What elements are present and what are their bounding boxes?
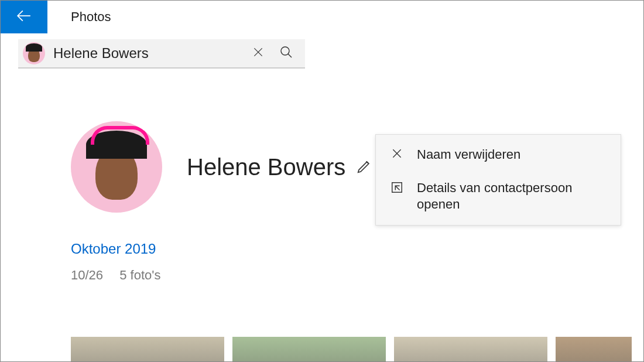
thumbnail-row xyxy=(71,337,643,361)
search-avatar xyxy=(23,42,45,64)
menu-item-label: Details van contactpersoon openen xyxy=(417,180,608,213)
app-title: Photos xyxy=(71,9,111,25)
app-header: Photos xyxy=(1,1,643,33)
svg-line-4 xyxy=(288,54,292,57)
context-menu: Naam verwijderen Details van contactpers… xyxy=(375,134,621,226)
photo-thumbnail[interactable] xyxy=(232,337,386,361)
photo-thumbnail[interactable] xyxy=(556,337,632,361)
search-token-name: Helene Bowers xyxy=(53,45,244,62)
close-icon xyxy=(389,148,405,159)
month-link[interactable]: Oktober 2019 xyxy=(71,241,643,257)
photo-thumbnail[interactable] xyxy=(71,337,224,361)
date-day: 10/26 xyxy=(71,268,103,282)
back-button[interactable] xyxy=(1,1,47,33)
date-meta: 10/26 5 foto's xyxy=(71,268,643,283)
pencil-icon xyxy=(356,157,374,177)
menu-item-label: Naam verwijderen xyxy=(417,146,520,163)
photo-thumbnail[interactable] xyxy=(394,337,547,361)
menu-item-remove-name[interactable]: Naam verwijderen xyxy=(376,138,621,172)
open-external-icon xyxy=(389,181,405,194)
profile-name: Helene Bowers xyxy=(187,154,345,180)
photo-count: 5 foto's xyxy=(119,268,160,282)
date-section: Oktober 2019 10/26 5 foto's xyxy=(71,241,643,283)
edit-name-button[interactable] xyxy=(356,157,374,177)
menu-item-open-contact-details[interactable]: Details van contactpersoon openen xyxy=(376,172,621,221)
svg-line-8 xyxy=(395,186,399,190)
back-arrow-icon xyxy=(16,8,32,26)
search-bar[interactable]: Helene Bowers xyxy=(18,39,305,69)
close-icon xyxy=(252,46,264,60)
profile-avatar xyxy=(71,121,162,213)
svg-point-3 xyxy=(281,47,289,55)
clear-search-button[interactable] xyxy=(244,39,272,67)
search-button[interactable] xyxy=(272,39,300,67)
search-icon xyxy=(279,45,293,62)
